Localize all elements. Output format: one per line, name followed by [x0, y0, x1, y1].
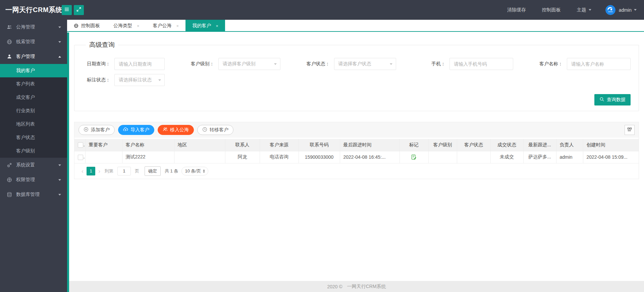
columns-grid-icon: [627, 127, 632, 133]
tab-my-customers[interactable]: 我的客户 ×: [185, 20, 225, 32]
user-icon: [7, 54, 12, 59]
sidebar-item-customer-list[interactable]: 客户列表: [0, 77, 67, 91]
main-content: 控制面板 公海类型 × 客户公海 × 我的客户 × 高级查询 日期查询： 客户级: [67, 20, 644, 292]
select-all-checkbox[interactable]: [78, 142, 83, 148]
users-icon: [163, 127, 168, 133]
sidebar-item-customer-level[interactable]: 客户级别: [0, 144, 67, 158]
query-submit-row: 查询数据: [83, 94, 631, 105]
cell-level: [428, 151, 457, 163]
dashboard-link[interactable]: 控制面板: [534, 0, 569, 20]
sidebar-item-permissions-management[interactable]: 权限管理: [0, 172, 67, 187]
field-label: 客户名称：: [535, 61, 567, 67]
collapse-sidebar-button[interactable]: [62, 5, 72, 15]
header-actions: 清除缓存 控制面板 主题 admin: [499, 0, 644, 20]
page-size-select[interactable]: 10 条/页: [181, 167, 208, 175]
field-label: 客户状态：: [302, 61, 334, 67]
cell-phone: 15900033000: [299, 151, 340, 163]
customer-management-submenu: 我的客户 客户列表 成交客户 行业类别 地区列表 客户状态 客户级别: [0, 64, 67, 158]
field-label: 日期查询：: [83, 61, 114, 67]
date-query-input[interactable]: [114, 58, 165, 70]
chevron-down-icon: [58, 41, 61, 43]
page-footer: 2020 © 一网天行CRM系统: [69, 281, 644, 292]
cell-owner: admin: [556, 151, 583, 163]
sidebar-item-public-sea-management[interactable]: 公海管理: [0, 20, 67, 34]
sidebar-item-system-settings[interactable]: 系统设置: [0, 158, 67, 172]
column-header: 标记: [399, 139, 428, 151]
prev-page-icon[interactable]: ‹: [78, 168, 87, 174]
user-menu[interactable]: admin: [619, 7, 637, 13]
add-customer-button[interactable]: 添加客户: [78, 125, 115, 135]
theme-menu[interactable]: 主题: [569, 0, 599, 20]
fullscreen-button[interactable]: [74, 5, 84, 15]
cell-mark: [399, 151, 428, 163]
sidebar-item-region-list[interactable]: 地区列表: [0, 118, 67, 131]
chevron-down-icon: [390, 63, 392, 65]
globe-icon: [74, 23, 78, 28]
chevron-down-icon: [58, 26, 61, 28]
chevron-down-icon: [589, 9, 591, 11]
avatar[interactable]: [605, 5, 615, 15]
column-header: 客户级别: [428, 139, 457, 151]
import-customer-button[interactable]: 导入客户: [118, 125, 154, 135]
cell-latest-followup: 萨达萨多...: [523, 151, 556, 163]
field-customer-level: 客户级别： 请选择客户级别: [186, 58, 280, 70]
next-page-icon[interactable]: ›: [95, 168, 103, 174]
sidebar-item-industry-category[interactable]: 行业类别: [0, 104, 67, 118]
footer-year: 2020 ©: [327, 284, 342, 289]
footer-name: 一网天行CRM系统: [347, 284, 386, 290]
row-checkbox[interactable]: [78, 155, 83, 160]
edit-mark-icon[interactable]: [411, 154, 417, 160]
tab-customer-public-sea[interactable]: 客户公海 ×: [146, 20, 186, 32]
customer-status-select[interactable]: 请选择客户状态: [334, 58, 396, 70]
query-row-1: 日期查询： 客户级别： 请选择客户级别 客户状态： 请选择客户状态: [83, 58, 631, 70]
table-header-row: 重要客户 客户名称 地区 联系人 客户来源 联系号码 最后跟进时间 标记 客户级…: [74, 139, 639, 151]
move-to-public-sea-button[interactable]: 移入公海: [158, 125, 194, 135]
close-icon[interactable]: ×: [176, 24, 179, 28]
cell-created-time: 2022-04-08 15:09...: [583, 151, 639, 163]
sidebar-item-customer-management[interactable]: 客户管理: [0, 49, 67, 64]
advanced-query-panel: 高级查询 日期查询： 客户级别： 请选择客户级别 客户状态： 请选择客户状: [74, 41, 639, 111]
mark-status-select[interactable]: 请选择标注状态: [114, 74, 165, 86]
column-header: 客户状态: [457, 139, 490, 151]
cell-source: 电话咨询: [260, 151, 299, 163]
sidebar-item-customer-status[interactable]: 客户状态: [0, 131, 67, 144]
tab-dashboard[interactable]: 控制面板: [67, 20, 107, 32]
page-number-input[interactable]: [117, 167, 131, 175]
clear-cache-link[interactable]: 清除缓存: [499, 0, 534, 20]
close-icon[interactable]: ×: [216, 24, 218, 28]
customer-level-select[interactable]: 请选择客户级别: [218, 58, 280, 70]
sidebar-item-leads-management[interactable]: 线索管理: [0, 34, 67, 49]
query-data-button[interactable]: 查询数据: [594, 94, 631, 105]
tab-public-sea-type[interactable]: 公海类型 ×: [107, 20, 146, 32]
field-date-query: 日期查询：: [83, 58, 165, 70]
table-toolbar: 添加客户 导入客户 移入公海 转移客户: [74, 122, 639, 138]
customer-name-input[interactable]: [567, 58, 631, 70]
close-icon[interactable]: ×: [137, 24, 140, 28]
gear-icon: [7, 162, 12, 168]
current-page-button[interactable]: 1: [87, 167, 95, 175]
column-filter-button[interactable]: [625, 125, 635, 135]
sidebar-item-closed-customers[interactable]: 成交客户: [0, 91, 67, 104]
sidebar-item-my-customers[interactable]: 我的客户: [0, 64, 67, 77]
search-icon: [599, 97, 604, 103]
confirm-page-button[interactable]: 确定: [145, 166, 161, 176]
phone-input[interactable]: [449, 58, 513, 70]
sidebar-item-database-management[interactable]: 数据库管理: [0, 187, 67, 202]
globe-icon: [7, 39, 12, 45]
expand-icon: [76, 7, 82, 13]
column-header: 地区: [174, 139, 225, 151]
column-header: 联系号码: [299, 139, 340, 151]
upload-icon: [123, 127, 128, 133]
tab-bar: 控制面板 公海类型 × 客户公海 × 我的客户 ×: [67, 20, 644, 32]
sidebar: 公海管理 线索管理 客户管理 我的客户 客户列表 成交客户 行业类别 地区列表 …: [0, 20, 67, 292]
top-bar: 一网天行CRM系统 清除缓存 控制面板 主题 admin: [0, 0, 644, 20]
transfer-customer-button[interactable]: 转移客户: [197, 125, 233, 135]
chevron-down-icon: [274, 63, 277, 65]
updown-icon: [203, 169, 205, 173]
page-body: 高级查询 日期查询： 客户级别： 请选择客户级别 客户状态： 请选择客户状: [67, 32, 644, 292]
database-icon: [7, 192, 12, 197]
chevron-down-icon: [58, 179, 61, 181]
column-header: 最新跟进...: [523, 139, 556, 151]
cell-important: [85, 151, 122, 163]
total-count-label: 共 1 条: [165, 168, 178, 174]
